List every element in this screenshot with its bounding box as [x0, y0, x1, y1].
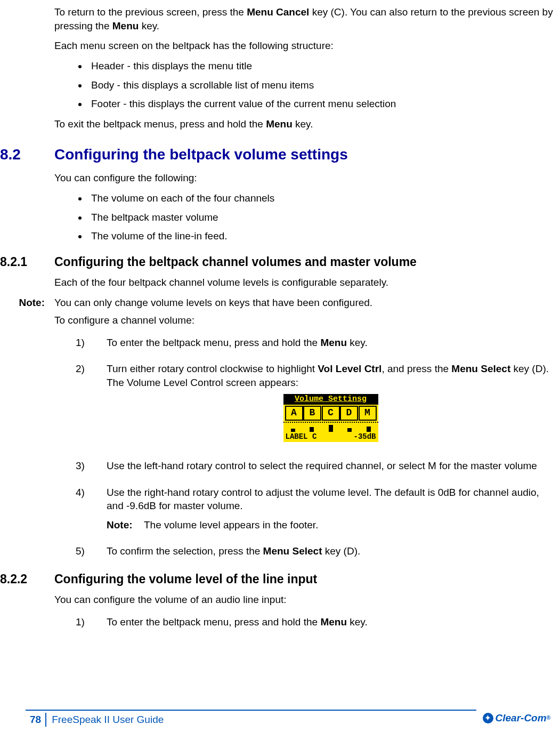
volume-channel-a: A — [285, 406, 303, 421]
volume-header: Volume Settinsg — [283, 394, 378, 405]
step-number: 5) — [76, 544, 107, 558]
registered-symbol: ® — [547, 714, 550, 722]
paragraph: To return to the previous screen, press … — [54, 5, 558, 33]
numbered-list: 1) To enter the beltpack menu, press and… — [76, 615, 555, 629]
volume-bar — [304, 427, 320, 432]
volume-channel-m: M — [359, 406, 377, 421]
volume-footer: LABEL C -35dB — [283, 432, 378, 442]
page-number: 78 — [26, 713, 46, 727]
list-item: Footer - this displays the current value… — [88, 97, 555, 111]
list-item: Header - this displays the menu title — [88, 59, 555, 73]
heading-title: Configuring the beltpack channel volumes… — [54, 254, 417, 270]
heading-8-2-1: 8.2.1 Configuring the beltpack channel v… — [0, 254, 560, 270]
step-4: 4) Use the right-hand rotary control to … — [76, 486, 555, 532]
volume-bar — [342, 428, 358, 432]
text: To exit the beltpack menus, press and ho… — [54, 118, 266, 130]
clear-com-logo: ✦ Clear-Com ® — [483, 711, 550, 725]
step-3: 3) Use the left-hand rotary control to s… — [76, 459, 555, 473]
text: Use the right-hand rotary control to adj… — [107, 487, 539, 512]
list-item: Body - this displays a scrollable list o… — [88, 78, 555, 92]
bold-text: Menu — [320, 616, 347, 628]
volume-channel-b: B — [303, 406, 321, 421]
note-label: Note: — [107, 518, 144, 532]
bullet-list: The volume on each of the four channels … — [88, 191, 555, 243]
volume-bars — [283, 423, 378, 432]
paragraph: You can configure the volume of an audio… — [54, 593, 558, 607]
note-label: Note: — [0, 296, 54, 310]
text: To enter the beltpack menu, press and ho… — [107, 337, 320, 348]
bold-text: Menu Cancel — [247, 6, 309, 18]
heading-number: 8.2.2 — [0, 571, 54, 588]
paragraph: To configure a channel volume: — [54, 313, 558, 327]
bold-text: Menu Select — [451, 363, 510, 374]
volume-settings-screenshot: Volume Settinsg A B C D M — [283, 394, 378, 442]
volume-footer-label: LABEL C — [286, 432, 317, 442]
step-1: 1) To enter the beltpack menu, press and… — [76, 336, 555, 350]
step-number: 1) — [76, 615, 107, 629]
heading-number: 8.2 — [0, 144, 54, 165]
step-2: 2) Turn either rotary control clockwise … — [76, 362, 555, 446]
step-number: 3) — [76, 459, 107, 473]
heading-title: Configuring the volume level of the line… — [54, 571, 317, 588]
text: To enter the beltpack menu, press and ho… — [107, 616, 320, 628]
step-body: To confirm the selection, press the Menu… — [107, 544, 555, 558]
step-number: 4) — [76, 486, 107, 532]
text: To confirm the selection, press the — [107, 545, 263, 557]
volume-channel-row: A B C D M — [283, 405, 378, 423]
text: key. — [293, 118, 313, 130]
bold-text: Menu Select — [263, 545, 322, 557]
inner-note: Note: The volume level appears in the fo… — [107, 518, 555, 532]
heading-title: Configuring the beltpack volume settings — [54, 144, 348, 165]
list-item: The beltpack master volume — [88, 211, 555, 224]
step-body: To enter the beltpack menu, press and ho… — [107, 336, 555, 350]
numbered-list: 1) To enter the beltpack menu, press and… — [76, 336, 555, 558]
note-body: The volume level appears in the footer. — [144, 518, 555, 532]
heading-8-2-2: 8.2.2 Configuring the volume level of th… — [0, 571, 560, 588]
bold-text: Menu — [320, 337, 347, 348]
logo-icon: ✦ — [483, 713, 493, 723]
volume-channel-c: C — [322, 406, 340, 421]
volume-channel-d: D — [340, 406, 358, 421]
guide-title: FreeSpeak II User Guide — [52, 713, 164, 727]
step-body: To enter the beltpack menu, press and ho… — [107, 615, 555, 629]
text: To return to the previous screen, press … — [54, 6, 247, 18]
heading-8-2: 8.2 Configuring the beltpack volume sett… — [0, 144, 560, 165]
paragraph: Each of the four beltpack channel volume… — [54, 276, 558, 289]
list-item: The volume of the line-in feed. — [88, 229, 555, 243]
step-body: Use the right-hand rotary control to adj… — [107, 486, 555, 532]
text: key. — [347, 616, 368, 628]
volume-footer-value: -35dB — [353, 432, 376, 442]
paragraph: To exit the beltpack menus, press and ho… — [54, 117, 558, 131]
volume-bar — [361, 427, 377, 432]
step-number: 1) — [76, 336, 107, 350]
heading-number: 8.2.1 — [0, 254, 54, 270]
footer-left: 78 FreeSpeak II User Guide — [26, 710, 476, 727]
bold-text: Menu — [266, 118, 293, 130]
step-body: Turn either rotary control clockwise to … — [107, 362, 555, 446]
volume-bar — [323, 425, 339, 432]
step-5: 5) To confirm the selection, press the M… — [76, 544, 555, 558]
bold-text: Menu — [112, 20, 139, 31]
text: Turn either rotary control clockwise to … — [107, 363, 318, 374]
step-body: Use the left-hand rotary control to sele… — [107, 459, 555, 473]
text: key. — [347, 337, 368, 348]
paragraph: You can configure the following: — [54, 171, 558, 185]
bold-text: Vol Level Ctrl — [318, 363, 382, 374]
text: , and press the — [382, 363, 451, 374]
page-footer: 78 FreeSpeak II User Guide ✦ Clear-Com ® — [0, 710, 560, 727]
paragraph: Each menu screen on the beltpack has the… — [54, 39, 558, 53]
text: key. — [139, 20, 159, 31]
list-item: The volume on each of the four channels — [88, 191, 555, 205]
note: Note: You can only change volume levels … — [0, 296, 555, 310]
bullet-list: Header - this displays the menu title Bo… — [88, 59, 555, 111]
logo-text: Clear-Com — [496, 711, 547, 725]
note-body: You can only change volume levels on key… — [54, 296, 555, 310]
step-1: 1) To enter the beltpack menu, press and… — [76, 615, 555, 629]
text: key (D). — [322, 545, 360, 557]
step-number: 2) — [76, 362, 107, 446]
